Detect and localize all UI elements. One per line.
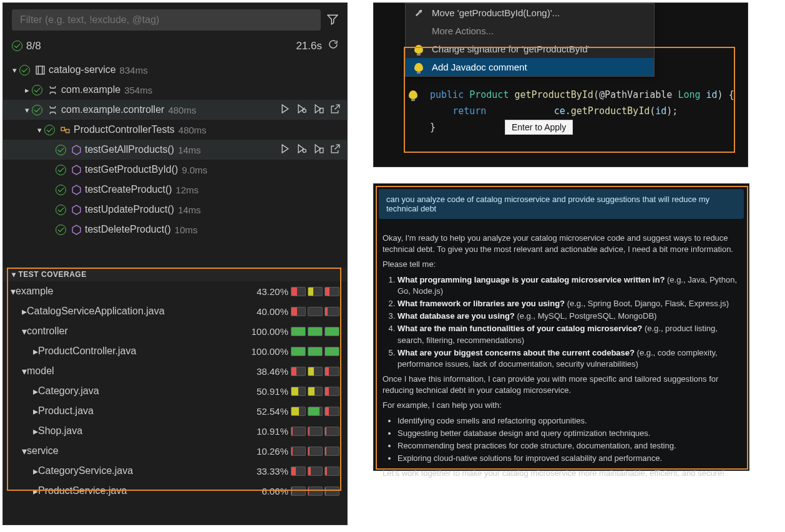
goto-icon[interactable] — [330, 104, 341, 117]
chevron-down-icon: ▾ — [22, 105, 32, 115]
tree-row-pkg1[interactable]: ▸ com.example 354ms — [3, 80, 347, 100]
coverage-bars — [291, 387, 339, 396]
chat-list: Identifying code smells and refactoring … — [397, 415, 740, 465]
coverage-pct: 10.91% — [256, 426, 288, 437]
check-icon — [56, 205, 66, 215]
tree-row-class[interactable]: ▾ ProductControllerTests 480ms — [3, 120, 347, 140]
menu-item-more[interactable]: More Actions... — [406, 22, 654, 40]
list-item: Suggesting better database design and qu… — [397, 428, 740, 439]
tree-row-pkg2[interactable]: ▾ com.example.controller 480ms — [3, 100, 347, 120]
coverage-run-icon[interactable] — [313, 104, 324, 117]
check-icon — [56, 165, 66, 175]
filter-input[interactable] — [12, 9, 321, 31]
duration: 354ms — [124, 85, 152, 95]
svg-rect-0 — [36, 66, 44, 74]
chevron-right-icon: ▸ — [22, 85, 32, 95]
menu-item-add-javadoc[interactable]: Add Javadoc comment — [406, 58, 654, 76]
tree-row-root[interactable]: ▾ catalog-service 834ms — [3, 60, 347, 80]
coverage-row[interactable]: ▾ controller 100.00% — [3, 321, 347, 341]
coverage-pct: 52.54% — [256, 406, 288, 417]
coverage-name: Category.java — [38, 385, 99, 397]
list-item: Identifying code smells and refactoring … — [397, 415, 740, 427]
run-icon[interactable] — [280, 104, 290, 117]
filter-icon[interactable] — [327, 14, 338, 27]
duration: 14ms — [178, 145, 201, 155]
coverage-row[interactable]: ▾ model 38.46% — [3, 361, 347, 381]
test-duration: 21.6s — [296, 40, 322, 52]
lightbulb-icon — [414, 45, 427, 54]
apply-tooltip: Enter to Apply — [505, 120, 573, 135]
coverage-bars — [291, 287, 339, 296]
coverage-name: service — [27, 445, 59, 457]
coverage-pct: 50.91% — [256, 386, 288, 397]
coverage-row[interactable]: ▸ ProductService.java 6.06% — [3, 481, 347, 501]
chat-list: What programming language is your catalo… — [397, 274, 740, 370]
svg-point-8 — [303, 149, 306, 152]
chat-text: Please tell me: — [383, 259, 740, 270]
svg-rect-6 — [66, 129, 69, 132]
coverage-pct: 10.26% — [256, 446, 288, 457]
coverage-run-icon[interactable] — [313, 143, 324, 157]
list-item: Exploring cloud-native solutions for imp… — [397, 453, 740, 464]
coverage-header[interactable]: ▾ TEST COVERAGE — [3, 268, 347, 281]
check-icon — [32, 105, 42, 115]
chevron-right-icon: ▸ — [33, 346, 38, 357]
coverage-row[interactable]: ▸ CategoryService.java 33.33% — [3, 461, 347, 481]
coverage-name: ProductService.java — [38, 485, 127, 496]
coverage-bars — [291, 486, 339, 496]
menu-label: More Actions... — [432, 26, 494, 36]
coverage-name: Shop.java — [38, 425, 82, 437]
coverage-bars — [291, 407, 339, 416]
check-icon — [12, 41, 22, 51]
tree-row-test5[interactable]: testDeleteProduct() 10ms — [3, 220, 347, 239]
refresh-icon[interactable] — [328, 39, 338, 52]
coverage-row[interactable]: ▸ CatalogServiceApplication.java 40.00% — [3, 301, 347, 321]
chat-assistant-message: Okay, I'm ready to help you analyze your… — [379, 226, 744, 486]
coverage-bars — [291, 367, 339, 376]
coverage-row[interactable]: ▸ Shop.java 10.91% — [3, 421, 347, 441]
lightbulb-icon[interactable] — [409, 90, 417, 102]
goto-icon[interactable] — [330, 143, 341, 157]
coverage-pct: 43.20% — [256, 286, 288, 297]
coverage-pct: 40.00% — [256, 306, 288, 317]
tree-row-test1[interactable]: testGetAllProducts() 14ms — [3, 140, 347, 160]
svg-point-3 — [303, 109, 306, 112]
chevron-down-icon: ▾ — [11, 286, 16, 297]
chat-text: Once I have this information, I can prov… — [383, 374, 740, 396]
run-icon[interactable] — [280, 143, 290, 157]
coverage-row[interactable]: ▾ service 10.26% — [3, 441, 347, 461]
coverage-bars — [291, 307, 339, 316]
project-icon — [34, 64, 46, 76]
tree-label: testDeleteProduct() — [85, 224, 171, 235]
duration: 9.0ms — [182, 165, 207, 175]
quick-fix-menu: Move 'getProductById(Long)'... More Acti… — [405, 3, 655, 77]
coverage-row[interactable]: ▸ ProductController.java 100.00% — [3, 341, 347, 361]
menu-label: Move 'getProductById(Long)'... — [432, 7, 560, 18]
chevron-right-icon: ▸ — [33, 385, 38, 397]
coverage-row[interactable]: ▸ Category.java 50.91% — [3, 381, 347, 401]
coverage-row[interactable]: ▸ Product.java 52.54% — [3, 401, 347, 421]
check-icon — [56, 185, 66, 195]
tree-label: catalog-service — [49, 64, 116, 75]
coverage-name: controller — [27, 326, 68, 337]
chevron-down-icon: ▾ — [9, 65, 19, 75]
chevron-right-icon: ▸ — [22, 306, 27, 317]
tree-row-test4[interactable]: testUpdateProduct() 14ms — [3, 200, 347, 220]
menu-item-move[interactable]: Move 'getProductById(Long)'... — [406, 4, 654, 22]
tree-label: com.example.controller — [61, 104, 164, 115]
filter-bar — [3, 3, 347, 37]
coverage-bars — [291, 347, 339, 356]
debug-icon[interactable] — [296, 143, 307, 157]
chevron-down-icon: ▾ — [12, 270, 16, 279]
tree-row-test2[interactable]: testGetProductById() 9.0ms — [3, 160, 347, 180]
tree-row-test3[interactable]: testCreateProduct() 12ms — [3, 180, 347, 200]
coverage-row[interactable]: ▾ example 43.20% — [3, 281, 347, 301]
menu-item-change-signature[interactable]: Change signature for 'getProductById' — [406, 40, 654, 58]
test-summary: 8/8 21.6s — [3, 37, 347, 57]
coverage-bars — [291, 467, 339, 476]
coverage-pct: 33.33% — [256, 466, 288, 476]
menu-label: Change signature for 'getProductById' — [432, 44, 590, 54]
debug-icon[interactable] — [296, 104, 307, 117]
menu-label: Add Javadoc comment — [432, 62, 527, 72]
coverage-name: CategoryService.java — [38, 465, 133, 476]
